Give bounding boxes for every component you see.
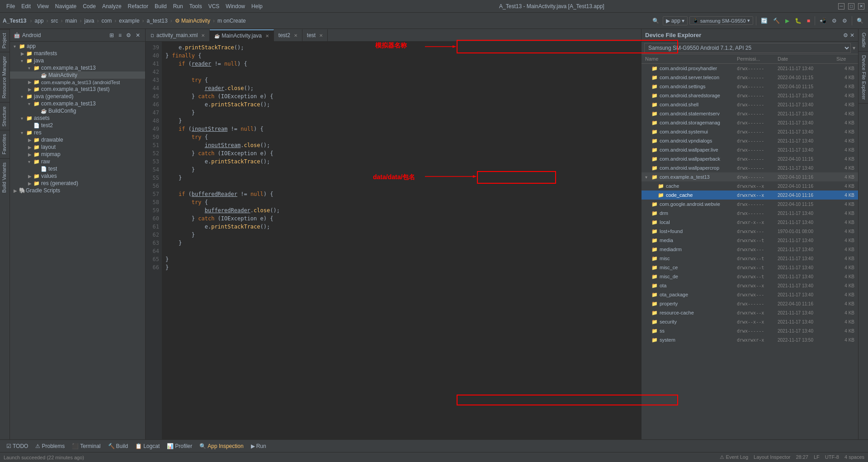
file-item-media[interactable]: 📁 media drwxrwx--t 2021-11-17 13:40 4 KB bbox=[642, 236, 858, 245]
tree-item-values[interactable]: ▶ 📁 values bbox=[10, 172, 145, 180]
code-content[interactable]: e.printStackTrace(); } finally { if (rea… bbox=[162, 42, 641, 439]
menu-refactor[interactable]: Refactor bbox=[125, 2, 151, 10]
file-item-code_cache[interactable]: 📁 code_cache drwxrwx--x 2022-04-10 11:16… bbox=[642, 191, 858, 200]
breadcrumb-java[interactable]: java bbox=[85, 18, 94, 24]
sidebar-tab-resource-manager[interactable]: Resource Manager bbox=[0, 52, 9, 102]
file-item-com-android-wallpaperback[interactable]: 📁 com.android.wallpaperback drwx------ 2… bbox=[642, 154, 858, 163]
menu-help[interactable]: Help bbox=[249, 2, 265, 10]
file-item-misc[interactable]: 📁 misc drwxrwx--t 2021-11-17 13:40 4 KB bbox=[642, 254, 858, 263]
build-button[interactable]: 🔨 bbox=[771, 17, 782, 25]
sidebar-tab-project[interactable]: Project bbox=[0, 29, 9, 52]
breadcrumb-example[interactable]: example bbox=[119, 18, 139, 24]
tree-item-res-generated[interactable]: ▶ 📁 res (generated) bbox=[10, 180, 145, 187]
tree-item-app[interactable]: ▾ 📁 app bbox=[10, 43, 145, 50]
settings-button[interactable]: ⚙ bbox=[840, 17, 849, 25]
tree-item-buildconfig[interactable]: ▶ ☕ BuildConfig bbox=[10, 107, 145, 114]
menu-analyze[interactable]: Analyze bbox=[99, 2, 124, 10]
breadcrumb-src[interactable]: src bbox=[51, 18, 58, 24]
file-item-com-android-systemui[interactable]: 📁 com.android.systemui drwx------ 2021-1… bbox=[642, 127, 858, 136]
terminal-button[interactable]: ⬛ Terminal bbox=[69, 442, 103, 450]
file-item-local[interactable]: 📁 local drwxr-x--x 2021-11-17 13:40 4 KB bbox=[642, 218, 858, 227]
run-config-button[interactable]: ▶ app ▾ bbox=[663, 16, 688, 25]
device-panel-settings-button[interactable]: ⚙ bbox=[843, 32, 848, 38]
file-item-mediadrm[interactable]: 📁 mediadrm drwxrwx--- 2021-11-17 13:40 4… bbox=[642, 245, 858, 254]
menu-navigate[interactable]: Navigate bbox=[52, 2, 79, 10]
tree-item-com-example-gen[interactable]: ▾ 📁 com.example.a_test13 bbox=[10, 100, 145, 107]
file-item-com-android-vpndialogs[interactable]: 📁 com.android.vpndialogs drwx------ 2021… bbox=[642, 136, 858, 145]
menu-edit[interactable]: Edit bbox=[19, 2, 33, 10]
file-item-com-android-server-telecon[interactable]: 📁 com.android.server.telecon drwx------ … bbox=[642, 73, 858, 82]
file-item-com-android-sharedstorage[interactable]: 📁 com.android.sharedstorage drwx------ 2… bbox=[642, 91, 858, 100]
close-button[interactable]: ✕ bbox=[858, 3, 864, 10]
file-item-com-android-shell[interactable]: 📁 com.android.shell drwx------ 2021-11-1… bbox=[642, 100, 858, 109]
run-output-button[interactable]: ▶ Run bbox=[248, 442, 269, 450]
file-item-property[interactable]: 📁 property drwx------ 2022-04-10 11:16 4… bbox=[642, 299, 858, 308]
breadcrumb-oncreate[interactable]: m onCreate bbox=[217, 18, 246, 24]
debug-button[interactable]: 🐛 bbox=[793, 17, 803, 25]
file-item-security[interactable]: 📁 security drwx--x--x 2021-11-17 13:40 4… bbox=[642, 317, 858, 326]
tab-close-mainactivity[interactable]: ✕ bbox=[265, 33, 269, 38]
tree-item-mipmap[interactable]: ▶ 📁 mipmap bbox=[10, 151, 145, 158]
file-item-com-android-wallpaper-live[interactable]: 📁 com.android.wallpaper.live drwx------ … bbox=[642, 145, 858, 154]
tree-item-java[interactable]: ▾ 📁 java bbox=[10, 57, 145, 64]
file-item-ss[interactable]: 📁 ss drwx------ 2021-11-17 13:40 4 KB bbox=[642, 326, 858, 335]
file-item-com-google-android-webvie[interactable]: 📁 com.google.android.webvie drwx------ 2… bbox=[642, 200, 858, 209]
tab-test[interactable]: test ✕ bbox=[302, 29, 328, 41]
menu-code[interactable]: Code bbox=[80, 2, 99, 10]
sidebar-tab-build-variants[interactable]: Build Variants bbox=[0, 158, 9, 196]
device-selector-button[interactable]: 📱 samsung SM-G9550 ▾ bbox=[689, 16, 753, 25]
file-item-resource-cache[interactable]: 📁 resource-cache drwxrwx--x 2021-11-17 1… bbox=[642, 308, 858, 317]
tree-item-res[interactable]: ▾ 📁 res bbox=[10, 129, 145, 136]
menu-run[interactable]: Run bbox=[170, 2, 186, 10]
build-output-button[interactable]: 🔨 Build bbox=[105, 442, 131, 450]
tree-item-java-generated[interactable]: ▾ 📁 java (generated) bbox=[10, 93, 145, 100]
menubar[interactable]: File Edit View Navigate Code Analyze Ref… bbox=[4, 2, 265, 10]
file-item-com-android-statementserv[interactable]: 📁 com.android.statementserv drwx------ 2… bbox=[642, 109, 858, 118]
project-panel-close-button[interactable]: ✕ bbox=[134, 32, 142, 39]
file-item-com-android-proxyhandler[interactable]: 📁 com.android.proxyhandler drwx------ 20… bbox=[642, 64, 858, 73]
file-item-com-android-storagemanag[interactable]: 📁 com.android.storagemanag drwx------ 20… bbox=[642, 118, 858, 127]
file-item-com-example-a_test13[interactable]: ▾ 📁 com.example.a_test13 drwx------ 2022… bbox=[642, 172, 858, 181]
tree-item-test-file[interactable]: ▶ 📄 test bbox=[10, 165, 145, 172]
file-item-cache[interactable]: 📁 cache drwxrwx--x 2022-04-10 11:16 4 KB bbox=[642, 181, 858, 191]
device-panel-close-button[interactable]: ✕ bbox=[850, 32, 854, 38]
menu-build[interactable]: Build bbox=[152, 2, 170, 10]
tree-item-mainactivity[interactable]: ▶ ☕ MainActivity bbox=[10, 71, 145, 79]
file-item-drm[interactable]: 📁 drm drwx------ 2021-11-17 13:40 4 KB bbox=[642, 209, 858, 218]
breadcrumb-main[interactable]: main bbox=[66, 18, 77, 24]
tree-item-test2[interactable]: ▶ 📄 test2 bbox=[10, 122, 145, 129]
sidebar-tab-gradle[interactable]: Gradle bbox=[859, 29, 868, 52]
minimize-button[interactable]: ─ bbox=[838, 3, 844, 10]
avd-button[interactable]: 📲 bbox=[818, 17, 828, 25]
sidebar-tab-favorites[interactable]: Favorites bbox=[0, 130, 9, 158]
file-item-com-android-settings[interactable]: 📁 com.android.settings drwx------ 2022-0… bbox=[642, 82, 858, 91]
tab-close-test2[interactable]: ✕ bbox=[294, 33, 297, 38]
tree-item-test[interactable]: ▶ 📁 com.example.a_test13 (test) bbox=[10, 86, 145, 93]
file-item-com-android-wallpapercrop[interactable]: 📁 com.android.wallpapercrop drwx------ 2… bbox=[642, 163, 858, 172]
maximize-button[interactable]: □ bbox=[848, 3, 854, 10]
menu-view[interactable]: View bbox=[34, 2, 52, 10]
tree-item-gradle-scripts[interactable]: ▶ 🐘 Gradle Scripts bbox=[10, 187, 145, 194]
tab-activity-main-xml[interactable]: 🗋 activity_main.xml ✕ bbox=[146, 29, 210, 41]
todo-button[interactable]: ☑ TODO bbox=[4, 442, 31, 450]
tab-close-activity-main[interactable]: ✕ bbox=[201, 33, 205, 38]
profiler-button[interactable]: 📊 Profiler bbox=[164, 442, 195, 450]
project-panel-expand-button[interactable]: ⊞ bbox=[108, 32, 115, 39]
tab-close-test[interactable]: ✕ bbox=[319, 33, 323, 38]
tree-item-com-example[interactable]: ▾ 📁 com.example.a_test13 bbox=[10, 64, 145, 71]
breadcrumb-com[interactable]: com bbox=[102, 18, 112, 24]
run-button[interactable]: ▶ bbox=[783, 17, 791, 25]
app-inspection-button[interactable]: 🔍 App Inspection bbox=[197, 442, 246, 450]
event-log-link[interactable]: ⚠ Event Log bbox=[720, 454, 748, 460]
file-item-misc_de[interactable]: 📁 misc_de drwxrwx--t 2021-11-17 13:40 4 … bbox=[642, 272, 858, 281]
tree-item-manifests[interactable]: ▶ 📁 manifests bbox=[10, 50, 145, 57]
sdk-button[interactable]: ⚙ bbox=[830, 17, 839, 25]
search-everywhere-button[interactable]: 🔍 bbox=[651, 17, 661, 25]
tree-item-raw[interactable]: ▾ 📁 raw bbox=[10, 158, 145, 165]
logcat-button[interactable]: 📋 Logcat bbox=[132, 442, 162, 450]
tree-item-layout[interactable]: ▶ 📁 layout bbox=[10, 143, 145, 151]
breadcrumb-mainactivity[interactable]: ⚙ MainActivity bbox=[175, 18, 210, 24]
sync-button[interactable]: 🔄 bbox=[759, 17, 769, 25]
tab-mainactivity-java[interactable]: ☕ MainActivity.java ✕ bbox=[210, 29, 274, 41]
project-panel-collapse-button[interactable]: ≡ bbox=[117, 32, 123, 39]
